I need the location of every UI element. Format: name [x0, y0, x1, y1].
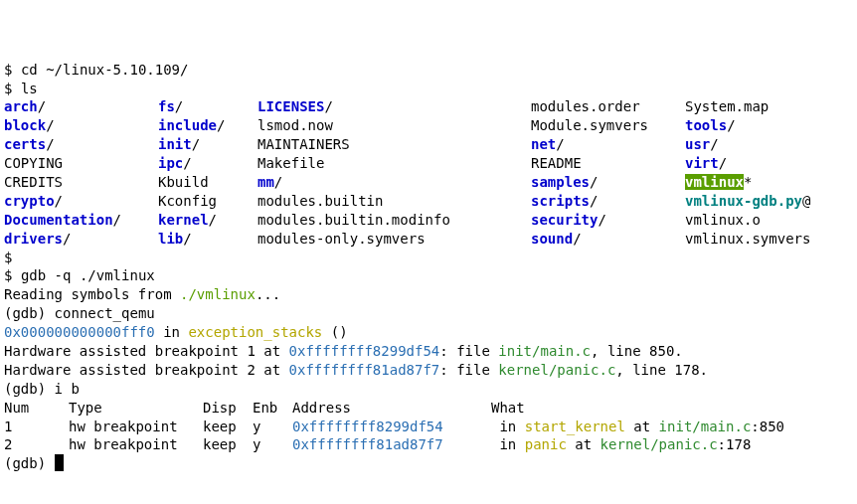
ls-cell: tools/	[685, 116, 736, 135]
gdb-prompt: (gdb)	[4, 305, 46, 321]
ls-cell: vmlinux.o	[685, 211, 761, 230]
ls-suffix: /	[209, 212, 217, 228]
ls-suffix: /	[556, 136, 564, 152]
ls-cell: mm/	[257, 173, 531, 192]
hb1-address: 0xffffffff8299df54	[289, 343, 440, 359]
ls-entry: block	[4, 117, 46, 133]
bp-header-disp: Disp	[203, 399, 253, 418]
ls-cell: Kbuild	[158, 173, 257, 192]
stop-symbol: exception_stacks	[188, 324, 322, 340]
bp-type: hw breakpoint	[69, 435, 203, 454]
hb1-tail: , line 850.	[591, 343, 683, 359]
gdb-prompt: (gdb)	[4, 381, 46, 397]
bp-num: 2	[4, 435, 69, 454]
ls-row: arch/fs/LICENSES/modules.orderSystem.map	[4, 97, 853, 116]
gdb-reading-path: ./vmlinux	[180, 286, 256, 302]
ls-cell: ipc/	[158, 154, 257, 173]
ls-entry: crypto	[4, 193, 55, 209]
ls-cell: security/	[531, 211, 685, 230]
ls-row: COPYINGipc/MakefileREADMEvirt/	[4, 154, 853, 173]
ls-row: CREDITSKbuildmm/samples/vmlinux*	[4, 173, 853, 192]
ls-entry: usr	[685, 136, 710, 152]
ls-row: block/include/lsmod.nowModule.symverstoo…	[4, 116, 853, 135]
ls-cell: block/	[4, 116, 158, 135]
hb2-address: 0xffffffff81ad87f7	[289, 362, 440, 378]
ls-entry: security	[531, 212, 598, 228]
bp-header-num: Num	[4, 399, 69, 418]
ls-cell: modules.order	[531, 97, 685, 116]
ls-cell: include/	[158, 116, 257, 135]
bp-header-addr: Address	[292, 399, 491, 418]
ls-cell: init/	[158, 135, 257, 154]
shell-prompt: $	[4, 267, 12, 283]
shell-prompt: $	[4, 81, 12, 96]
ls-suffix: /	[55, 193, 63, 209]
bp-rows: 1hw breakpointkeep y0xffffffff8299df54 i…	[4, 418, 853, 455]
ls-cell: modules.builtin	[257, 192, 531, 211]
ls-entry: modules-only.symvers	[257, 231, 426, 247]
hb1-mid: : file	[439, 343, 498, 359]
bp-disp: keep	[203, 418, 253, 436]
ls-cell: Makefile	[257, 154, 531, 173]
ls-cell: lib/	[158, 230, 257, 249]
stop-tail: ()	[322, 324, 347, 340]
ls-cell: Documentation/	[4, 211, 158, 230]
ls-cell: arch/	[4, 97, 158, 116]
ls-cell: vmlinux*	[685, 173, 752, 192]
ls-entry: fs	[158, 98, 175, 114]
cmd-cd: cd ~/linux-5.10.109/	[21, 62, 189, 78]
bp-row: 2hw breakpointkeep y0xffffffff81ad87f7 i…	[4, 435, 853, 454]
ls-suffix: @	[802, 193, 810, 209]
ls-suffix: /	[598, 212, 605, 228]
ls-entry: mm	[257, 174, 274, 190]
ls-cell: vmlinux-gdb.py@	[685, 192, 810, 211]
ls-entry: System.map	[685, 98, 769, 114]
ls-suffix: /	[113, 212, 121, 228]
ls-suffix: /	[38, 98, 46, 114]
ls-entry: lsmod.now	[257, 117, 333, 133]
terminal[interactable]: $ cd ~/linux-5.10.109/ $ ls arch/fs/LICE…	[4, 61, 853, 474]
ls-row: certs/init/MAINTAINERSnet/usr/	[4, 135, 853, 154]
bp-type: hw breakpoint	[69, 418, 203, 436]
ls-entry: vmlinux.o	[685, 212, 761, 228]
ls-row: Documentation/kernel/modules.builtin.mod…	[4, 211, 853, 230]
ls-entry: kernel	[158, 212, 209, 228]
ls-entry: sound	[531, 231, 573, 247]
shell-prompt: $	[4, 62, 12, 78]
ls-cell: usr/	[685, 135, 719, 154]
ls-suffix: /	[46, 117, 54, 133]
bp-header-what: What	[491, 400, 525, 416]
ls-entry: CREDITS	[4, 174, 63, 190]
ls-entry: samples	[531, 174, 590, 190]
hb1-file: init/main.c	[498, 343, 591, 359]
ls-cell: LICENSES/	[257, 97, 531, 116]
ls-cell: modules-only.symvers	[257, 230, 531, 249]
ls-cell: modules.builtin.modinfo	[257, 211, 531, 230]
shell-prompt: $	[4, 250, 12, 265]
ls-cell: System.map	[685, 97, 769, 116]
hb2-prefix: Hardware assisted breakpoint 2 at	[4, 362, 289, 378]
ls-entry: vmlinux.symvers	[685, 231, 810, 247]
ls-cell: CREDITS	[4, 173, 158, 192]
ls-entry: README	[531, 155, 582, 171]
gdb-reading-suffix: ...	[256, 286, 280, 302]
ls-cell: certs/	[4, 135, 158, 154]
ls-suffix: /	[573, 231, 581, 247]
ls-entry: certs	[4, 136, 46, 152]
ls-suffix: /	[217, 117, 225, 133]
cmd-ls: ls	[21, 81, 38, 96]
ls-entry: Kbuild	[158, 174, 209, 190]
ls-suffix: /	[719, 155, 727, 171]
ls-entry: Module.symvers	[531, 117, 648, 133]
bp-header-type: Type	[69, 399, 203, 418]
ls-suffix: /	[727, 117, 735, 133]
ls-entry: virt	[685, 155, 719, 171]
ls-entry: Makefile	[257, 155, 324, 171]
hb2-file: kernel/panic.c	[498, 362, 615, 378]
ls-entry: vmlinux-gdb.py	[685, 193, 802, 209]
cmd-gdb: gdb -q ./vmlinux	[21, 267, 155, 283]
hb2-mid: : file	[439, 362, 498, 378]
ls-suffix: /	[590, 174, 598, 190]
ls-entry: MAINTAINERS	[257, 136, 350, 152]
ls-entry: modules.builtin	[257, 193, 383, 209]
